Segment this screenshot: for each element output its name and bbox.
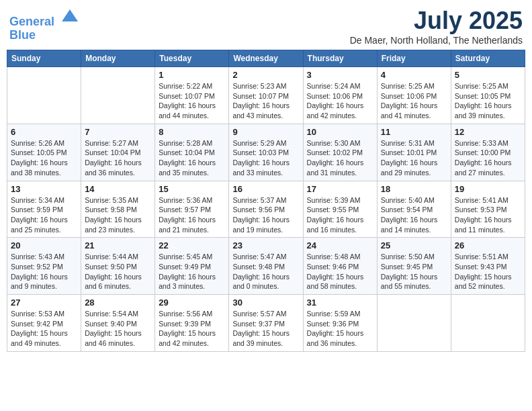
calendar-day-16: 16Sunrise: 5:37 AMSunset: 9:56 PMDayligh…: [229, 181, 303, 238]
day-info: Sunrise: 5:53 AMSunset: 9:42 PMDaylight:…: [11, 309, 77, 349]
calendar-day-8: 8Sunrise: 5:28 AMSunset: 10:04 PMDayligh…: [155, 124, 229, 181]
day-info: Sunrise: 5:54 AMSunset: 9:40 PMDaylight:…: [85, 309, 151, 349]
day-number: 1: [159, 70, 225, 80]
weekday-header-wednesday: Wednesday: [229, 50, 303, 67]
calendar-day-10: 10Sunrise: 5:30 AMSunset: 10:02 PMDaylig…: [303, 124, 377, 181]
day-info: Sunrise: 5:26 AMSunset: 10:05 PMDaylight…: [11, 138, 77, 178]
calendar-day-28: 28Sunrise: 5:54 AMSunset: 9:40 PMDayligh…: [81, 295, 155, 352]
calendar-day-31: 31Sunrise: 5:59 AMSunset: 9:36 PMDayligh…: [303, 295, 377, 352]
day-number: 27: [11, 298, 77, 308]
calendar-day-7: 7Sunrise: 5:27 AMSunset: 10:04 PMDayligh…: [81, 124, 155, 181]
calendar-day-18: 18Sunrise: 5:40 AMSunset: 9:54 PMDayligh…: [377, 181, 451, 238]
day-info: Sunrise: 5:29 AMSunset: 10:03 PMDaylight…: [232, 138, 299, 178]
calendar-week-row: 20Sunrise: 5:43 AMSunset: 9:52 PMDayligh…: [7, 238, 525, 295]
calendar-day-14: 14Sunrise: 5:35 AMSunset: 9:58 PMDayligh…: [81, 181, 155, 238]
day-info: Sunrise: 5:25 AMSunset: 10:06 PMDaylight…: [381, 81, 447, 121]
calendar-table: SundayMondayTuesdayWednesdayThursdayFrid…: [7, 50, 525, 352]
day-number: 18: [381, 184, 447, 194]
day-number: 5: [455, 70, 521, 80]
calendar-empty-cell: [7, 67, 81, 124]
weekday-header-monday: Monday: [81, 50, 155, 67]
day-info: Sunrise: 5:37 AMSunset: 9:56 PMDaylight:…: [232, 195, 299, 235]
day-info: Sunrise: 5:22 AMSunset: 10:07 PMDaylight…: [159, 81, 225, 121]
calendar-day-22: 22Sunrise: 5:45 AMSunset: 9:49 PMDayligh…: [155, 238, 229, 295]
day-number: 29: [159, 298, 225, 308]
day-info: Sunrise: 5:39 AMSunset: 9:55 PMDaylight:…: [307, 195, 373, 235]
day-info: Sunrise: 5:25 AMSunset: 10:05 PMDaylight…: [455, 81, 521, 121]
day-info: Sunrise: 5:45 AMSunset: 9:49 PMDaylight:…: [159, 252, 225, 291]
day-number: 13: [11, 184, 77, 194]
calendar-week-row: 27Sunrise: 5:53 AMSunset: 9:42 PMDayligh…: [7, 295, 525, 352]
weekday-header-friday: Friday: [377, 50, 451, 67]
calendar-day-17: 17Sunrise: 5:39 AMSunset: 9:55 PMDayligh…: [303, 181, 377, 238]
day-number: 20: [11, 240, 77, 250]
day-number: 15: [159, 184, 225, 194]
calendar-week-row: 1Sunrise: 5:22 AMSunset: 10:07 PMDayligh…: [7, 67, 525, 124]
weekday-header-thursday: Thursday: [303, 50, 377, 67]
calendar-day-15: 15Sunrise: 5:36 AMSunset: 9:57 PMDayligh…: [155, 181, 229, 238]
day-number: 7: [85, 127, 151, 137]
day-number: 8: [159, 127, 225, 137]
day-number: 23: [232, 240, 299, 250]
calendar-empty-cell: [81, 67, 155, 124]
day-info: Sunrise: 5:56 AMSunset: 9:39 PMDaylight:…: [159, 309, 225, 349]
weekday-header-sunday: Sunday: [7, 50, 81, 67]
day-info: Sunrise: 5:40 AMSunset: 9:54 PMDaylight:…: [381, 195, 447, 235]
title-section: July 2025 De Maer, North Holland, The Ne…: [350, 7, 523, 46]
calendar-day-29: 29Sunrise: 5:56 AMSunset: 9:39 PMDayligh…: [155, 295, 229, 352]
day-info: Sunrise: 5:44 AMSunset: 9:50 PMDaylight:…: [85, 252, 151, 291]
day-number: 26: [455, 240, 521, 250]
calendar-week-row: 13Sunrise: 5:34 AMSunset: 9:59 PMDayligh…: [7, 181, 525, 238]
day-info: Sunrise: 5:23 AMSunset: 10:07 PMDaylight…: [232, 81, 299, 121]
day-info: Sunrise: 5:59 AMSunset: 9:36 PMDaylight:…: [307, 309, 373, 349]
day-number: 9: [232, 127, 299, 137]
calendar-week-row: 6Sunrise: 5:26 AMSunset: 10:05 PMDayligh…: [7, 124, 525, 181]
weekday-header-saturday: Saturday: [451, 50, 525, 67]
day-info: Sunrise: 5:27 AMSunset: 10:04 PMDaylight…: [85, 138, 151, 178]
day-info: Sunrise: 5:34 AMSunset: 9:59 PMDaylight:…: [11, 195, 77, 235]
weekday-header-tuesday: Tuesday: [155, 50, 229, 67]
logo: General Blue: [9, 7, 79, 42]
day-number: 28: [85, 298, 151, 308]
logo-blue: Blue: [9, 28, 36, 42]
day-number: 11: [381, 127, 447, 137]
calendar-day-5: 5Sunrise: 5:25 AMSunset: 10:05 PMDayligh…: [451, 67, 525, 124]
calendar-day-2: 2Sunrise: 5:23 AMSunset: 10:07 PMDayligh…: [229, 67, 303, 124]
day-info: Sunrise: 5:51 AMSunset: 9:43 PMDaylight:…: [455, 252, 521, 291]
calendar-day-24: 24Sunrise: 5:48 AMSunset: 9:46 PMDayligh…: [303, 238, 377, 295]
day-info: Sunrise: 5:57 AMSunset: 9:37 PMDaylight:…: [232, 309, 299, 349]
day-info: Sunrise: 5:41 AMSunset: 9:53 PMDaylight:…: [455, 195, 521, 235]
calendar-day-12: 12Sunrise: 5:33 AMSunset: 10:00 PMDaylig…: [451, 124, 525, 181]
month-title: July 2025: [350, 7, 523, 35]
calendar-day-27: 27Sunrise: 5:53 AMSunset: 9:42 PMDayligh…: [7, 295, 81, 352]
day-number: 31: [307, 298, 373, 308]
logo-general: General: [9, 15, 54, 28]
calendar-day-9: 9Sunrise: 5:29 AMSunset: 10:03 PMDayligh…: [229, 124, 303, 181]
day-number: 2: [232, 70, 299, 80]
day-number: 14: [85, 184, 151, 194]
day-info: Sunrise: 5:47 AMSunset: 9:48 PMDaylight:…: [232, 252, 299, 291]
day-number: 10: [307, 127, 373, 137]
day-number: 21: [85, 240, 151, 250]
day-number: 4: [381, 70, 447, 80]
svg-marker-0: [62, 9, 78, 21]
calendar-empty-cell: [451, 295, 525, 352]
calendar-day-4: 4Sunrise: 5:25 AMSunset: 10:06 PMDayligh…: [377, 67, 451, 124]
day-number: 12: [455, 127, 521, 137]
calendar-day-20: 20Sunrise: 5:43 AMSunset: 9:52 PMDayligh…: [7, 238, 81, 295]
day-info: Sunrise: 5:50 AMSunset: 9:45 PMDaylight:…: [381, 252, 447, 291]
day-number: 6: [11, 127, 77, 137]
day-number: 19: [455, 184, 521, 194]
day-number: 25: [381, 240, 447, 250]
logo-icon: [60, 7, 79, 26]
day-info: Sunrise: 5:30 AMSunset: 10:02 PMDaylight…: [307, 138, 373, 178]
calendar-empty-cell: [377, 295, 451, 352]
day-info: Sunrise: 5:24 AMSunset: 10:06 PMDaylight…: [307, 81, 373, 121]
day-number: 17: [307, 184, 373, 194]
calendar-day-3: 3Sunrise: 5:24 AMSunset: 10:06 PMDayligh…: [303, 67, 377, 124]
calendar-day-6: 6Sunrise: 5:26 AMSunset: 10:05 PMDayligh…: [7, 124, 81, 181]
day-number: 3: [307, 70, 373, 80]
calendar-day-13: 13Sunrise: 5:34 AMSunset: 9:59 PMDayligh…: [7, 181, 81, 238]
calendar-day-25: 25Sunrise: 5:50 AMSunset: 9:45 PMDayligh…: [377, 238, 451, 295]
calendar-day-30: 30Sunrise: 5:57 AMSunset: 9:37 PMDayligh…: [229, 295, 303, 352]
